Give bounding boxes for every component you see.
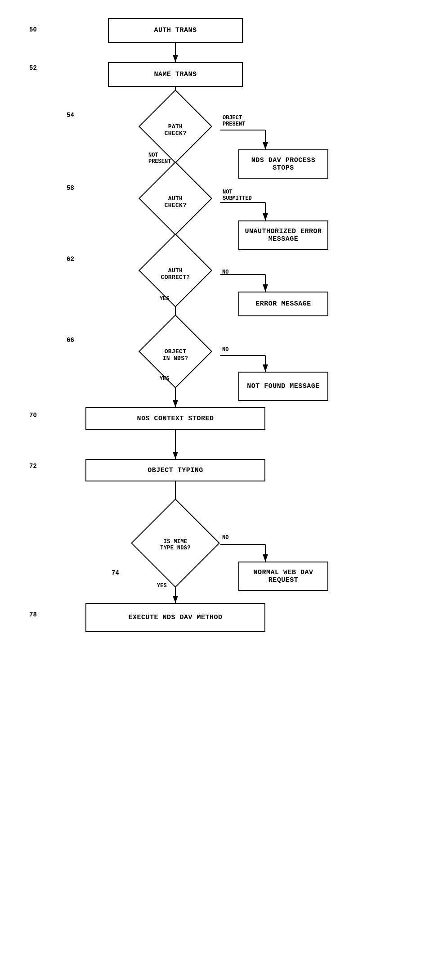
node-auth-check: AUTHCHECK? xyxy=(130,184,220,220)
label-62: 62 xyxy=(67,256,74,263)
branch-no-62: NO xyxy=(222,269,228,275)
node-normal-web-dav: NORMAL WEB DAV REQUEST xyxy=(238,562,328,591)
label-54: 54 xyxy=(67,112,74,119)
node-nds-context-stored: NDS CONTEXT STORED xyxy=(85,407,265,430)
node-object-typing: OBJECT TYPING xyxy=(85,459,265,481)
label-72: 72 xyxy=(29,463,37,470)
node-execute-nds-dav: EXECUTE NDS DAV METHOD xyxy=(85,603,265,632)
branch-no-66: NO xyxy=(222,346,228,353)
node-unauthorized-error: UNAUTHORIZED ERROR MESSAGE xyxy=(238,220,328,250)
branch-yes-66: YES xyxy=(160,376,170,382)
label-66: 66 xyxy=(67,337,74,344)
node-not-found-message: NOT FOUND MESSAGE xyxy=(238,372,328,401)
node-path-check: PATHCHECK? xyxy=(130,112,220,148)
branch-not-submitted: NOTSUBMITTED xyxy=(223,189,252,202)
node-auth-trans: AUTH TRANS xyxy=(108,18,243,43)
branch-object-present: OBJECTPRESENT xyxy=(223,115,245,127)
label-74: 74 xyxy=(112,569,119,576)
node-object-in-nds: OBJECTIN NDS? xyxy=(130,337,220,373)
branch-not-present: NOTPRESENT xyxy=(148,152,171,165)
label-52: 52 xyxy=(29,64,37,72)
node-auth-correct: AUTHCORRECT? xyxy=(130,256,220,292)
label-70: 70 xyxy=(29,412,37,419)
node-is-mime-type-nds: IS MIMETYPE NDS? xyxy=(130,517,220,573)
label-78: 78 xyxy=(29,611,37,618)
node-nds-dav-stops: NDS DAV PROCESS STOPS xyxy=(238,149,328,179)
branch-yes-62: YES xyxy=(160,296,170,302)
branch-yes-74: YES xyxy=(157,583,167,589)
node-name-trans: NAME TRANS xyxy=(108,62,243,87)
label-58: 58 xyxy=(67,184,74,192)
node-error-message: ERROR MESSAGE xyxy=(238,292,328,316)
label-50: 50 xyxy=(29,26,37,33)
branch-no-74: NO xyxy=(222,535,228,541)
flowchart-diagram: 50 AUTH TRANS 52 NAME TRANS 54 PATHCHECK… xyxy=(0,0,434,980)
